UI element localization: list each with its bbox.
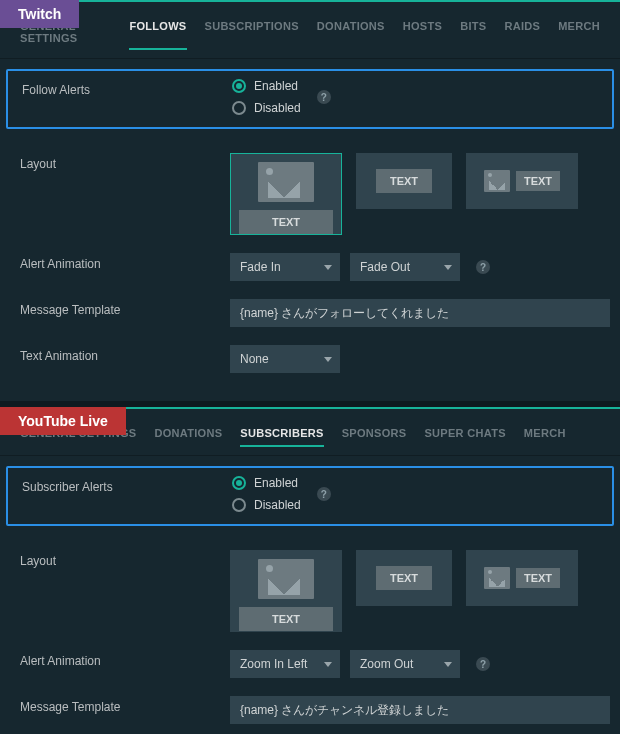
follow-alerts-label: Follow Alerts — [22, 79, 232, 97]
layout-option-text-only[interactable]: TEXT — [356, 153, 452, 209]
layout-option-text-only[interactable]: TEXT — [356, 550, 452, 606]
radio-dot-icon — [232, 476, 246, 490]
animation-in-select[interactable]: Fade In — [230, 253, 340, 281]
tab-hosts[interactable]: HOSTS — [403, 20, 442, 50]
tab-raids[interactable]: RAIDS — [504, 20, 540, 50]
animation-out-select[interactable]: Zoom Out — [350, 650, 460, 678]
animation-in-select[interactable]: Zoom In Left — [230, 650, 340, 678]
image-placeholder-icon — [258, 559, 314, 599]
follow-alerts-enabled-radio[interactable]: Enabled — [232, 79, 301, 93]
tab-follows[interactable]: FOLLOWS — [129, 20, 186, 50]
animation-out-select[interactable]: Fade Out — [350, 253, 460, 281]
message-template-label: Message Template — [20, 299, 230, 317]
enabled-label: Enabled — [254, 79, 298, 93]
image-placeholder-icon — [484, 567, 510, 589]
subscriber-alerts-enabled-radio[interactable]: Enabled — [232, 476, 301, 490]
help-icon[interactable]: ? — [317, 487, 331, 501]
youtube-badge: YouTube Live — [0, 407, 126, 435]
disabled-label: Disabled — [254, 101, 301, 115]
message-template-input[interactable] — [230, 299, 610, 327]
radio-dot-icon — [232, 498, 246, 512]
text-animation-select[interactable]: None — [230, 345, 340, 373]
tab-donations[interactable]: DONATIONS — [317, 20, 385, 50]
image-placeholder-icon — [484, 170, 510, 192]
layout-options: TEXT TEXT TEXT — [230, 550, 578, 632]
help-icon[interactable]: ? — [476, 657, 490, 671]
twitch-badge: Twitch — [0, 0, 79, 28]
layout-text-label: TEXT — [376, 169, 432, 193]
follow-alerts-highlight: Follow Alerts Enabled Disabled ? — [6, 69, 614, 129]
radio-dot-icon — [232, 79, 246, 93]
tab-sponsors[interactable]: SPONSORS — [342, 427, 407, 447]
layout-option-side[interactable]: TEXT — [466, 550, 578, 606]
enabled-label: Enabled — [254, 476, 298, 490]
tab-bits[interactable]: BITS — [460, 20, 486, 50]
layout-text-label: TEXT — [239, 210, 333, 234]
layout-option-stacked[interactable]: TEXT — [230, 153, 342, 235]
layout-text-label: TEXT — [516, 171, 560, 191]
alert-animation-label: Alert Animation — [20, 650, 230, 668]
layout-text-label: TEXT — [376, 566, 432, 590]
tab-subscriptions[interactable]: SUBSCRIPTIONS — [205, 20, 299, 50]
layout-label: Layout — [20, 550, 230, 568]
tab-merch[interactable]: MERCH — [558, 20, 600, 50]
disabled-label: Disabled — [254, 498, 301, 512]
youtube-panel: YouTube Live GENERAL SETTINGS DONATIONS … — [0, 407, 620, 734]
layout-text-label: TEXT — [516, 568, 560, 588]
radio-dot-icon — [232, 101, 246, 115]
twitch-panel: Twitch GENERAL SETTINGS FOLLOWS SUBSCRIP… — [0, 0, 620, 401]
twitch-tabs: GENERAL SETTINGS FOLLOWS SUBSCRIPTIONS D… — [0, 2, 620, 59]
layout-option-side[interactable]: TEXT — [466, 153, 578, 209]
subscriber-alerts-label: Subscriber Alerts — [22, 476, 232, 494]
tab-donations[interactable]: DONATIONS — [154, 427, 222, 447]
subscriber-alerts-disabled-radio[interactable]: Disabled — [232, 498, 301, 512]
help-icon[interactable]: ? — [317, 90, 331, 104]
tab-merch[interactable]: MERCH — [524, 427, 566, 447]
alert-animation-label: Alert Animation — [20, 253, 230, 271]
message-template-label: Message Template — [20, 696, 230, 714]
follow-alerts-disabled-radio[interactable]: Disabled — [232, 101, 301, 115]
layout-text-label: TEXT — [239, 607, 333, 631]
message-template-input[interactable] — [230, 696, 610, 724]
image-placeholder-icon — [258, 162, 314, 202]
follow-alerts-radio-group: Enabled Disabled — [232, 79, 301, 115]
text-animation-label: Text Animation — [20, 345, 230, 363]
subscriber-alerts-radio-group: Enabled Disabled — [232, 476, 301, 512]
help-icon[interactable]: ? — [476, 260, 490, 274]
layout-label: Layout — [20, 153, 230, 171]
tab-subscribers[interactable]: SUBSCRIBERS — [240, 427, 323, 447]
subscriber-alerts-highlight: Subscriber Alerts Enabled Disabled ? — [6, 466, 614, 526]
tab-super-chats[interactable]: SUPER CHATS — [424, 427, 505, 447]
layout-option-stacked[interactable]: TEXT — [230, 550, 342, 632]
layout-options: TEXT TEXT TEXT — [230, 153, 578, 235]
